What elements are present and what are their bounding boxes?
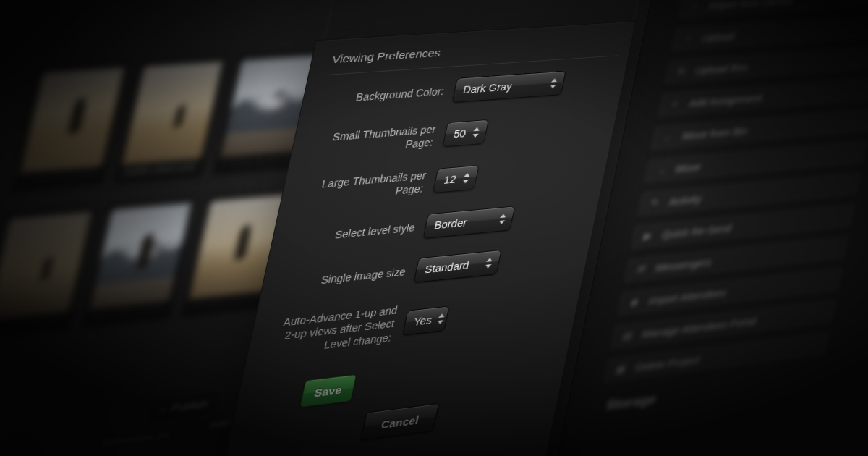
- tilted-app-scene: Drylake_desert_0111 ↑Import from Device: [0, 0, 868, 456]
- field-label: Small Thumbnails per Page:: [310, 122, 437, 159]
- select-value: Yes: [413, 313, 433, 327]
- spinner-up-icon[interactable]: [486, 258, 493, 262]
- field-label: Large Thumbnails per Page:: [300, 169, 427, 206]
- spinner-icon[interactable]: [430, 313, 445, 325]
- spinner-up-icon[interactable]: [438, 313, 445, 318]
- save-button[interactable]: Save: [299, 374, 357, 408]
- spinner-icon[interactable]: [544, 78, 558, 89]
- pref-row-large-thumbs: Large Thumbnails per Page: 12: [300, 155, 590, 206]
- app-screenshot: Drylake_desert_0111 ↑Import from Device: [0, 0, 868, 456]
- select-value: Standard: [424, 259, 470, 275]
- share-icon: ‹: [159, 402, 166, 416]
- auto-advance-select[interactable]: Yes: [402, 305, 449, 335]
- spinner-up-icon[interactable]: [464, 173, 470, 177]
- publish-label: Publish: [171, 398, 209, 414]
- spinner-down-icon[interactable]: [498, 220, 505, 224]
- background-color-select[interactable]: Dark Gray: [452, 71, 566, 103]
- spinner-up-icon[interactable]: [473, 127, 480, 132]
- select-value: Border: [433, 216, 468, 231]
- spinner-down-icon[interactable]: [485, 264, 491, 269]
- spinner-down-icon[interactable]: [462, 180, 469, 184]
- spinner-down-icon[interactable]: [437, 320, 443, 324]
- large-thumbnails-select[interactable]: 12: [433, 165, 480, 193]
- spinner-down-icon[interactable]: [472, 134, 478, 138]
- pref-row-select-level-style: Select level style Border: [291, 200, 581, 252]
- field-label: Select level style: [292, 221, 416, 246]
- select-value: 50: [453, 127, 467, 140]
- spinner-icon[interactable]: [479, 258, 493, 269]
- cancel-button[interactable]: Cancel: [360, 403, 439, 441]
- single-image-size-select[interactable]: Standard: [414, 250, 502, 283]
- dialog-buttons: Save Cancel: [239, 351, 549, 456]
- spinner-down-icon[interactable]: [550, 85, 556, 88]
- spinner-icon[interactable]: [456, 173, 470, 185]
- select-value: 12: [443, 174, 457, 187]
- pref-row-background-color: Background Color: Dark Gray: [321, 68, 608, 113]
- spinner-icon[interactable]: [466, 127, 480, 138]
- field-label: Background Color:: [322, 85, 445, 107]
- pref-row-small-thumbs: Small Thumbnails per Page: 50: [310, 110, 599, 159]
- small-thumbnails-select[interactable]: 50: [442, 119, 489, 148]
- field-label: Auto-Advance 1-up and 2-up views after S…: [267, 303, 399, 358]
- toolbar-button[interactable]: [37, 378, 122, 408]
- select-value: Dark Gray: [462, 80, 513, 96]
- spinner-up-icon[interactable]: [500, 214, 506, 218]
- spinner-icon[interactable]: [493, 214, 506, 225]
- select-level-style-select[interactable]: Border: [423, 206, 516, 239]
- field-label: Single image size: [282, 265, 407, 291]
- dialog-title: Viewing Preferences: [329, 35, 615, 75]
- pref-row-auto-advance: Auto-Advance 1-up and 2-up views after S…: [267, 286, 563, 359]
- spinner-up-icon[interactable]: [551, 78, 558, 82]
